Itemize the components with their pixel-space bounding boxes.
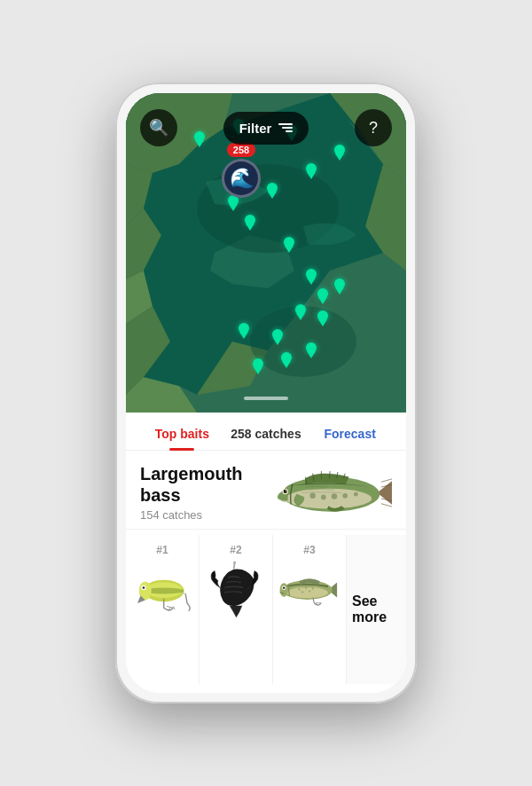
tab-forecast[interactable]: Forecast <box>308 416 392 450</box>
bait-item-1[interactable]: #1 <box>126 535 200 684</box>
svg-point-28 <box>143 586 145 589</box>
help-icon: ? <box>369 119 378 138</box>
tab-catches[interactable]: 258 catches <box>224 416 309 450</box>
svg-point-40 <box>301 591 303 593</box>
svg-point-5 <box>309 492 316 499</box>
fish-name: Largemouth bass <box>140 463 270 506</box>
map-pin[interactable] <box>294 304 307 320</box>
map-pin[interactable] <box>305 342 317 358</box>
tab-top-baits[interactable]: Top baits <box>140 416 224 450</box>
fish-text: Largemouth bass 154 catches <box>140 463 270 522</box>
map-pin[interactable] <box>244 215 256 231</box>
svg-point-7 <box>332 493 338 499</box>
map-pin[interactable] <box>317 288 329 304</box>
map-pin[interactable] <box>266 183 278 199</box>
map-pin[interactable] <box>252 358 264 374</box>
svg-point-41 <box>309 590 310 592</box>
map-section: 258 🌊 🔍 Filter <box>126 93 406 413</box>
bait-image-1 <box>131 563 193 617</box>
map-background: 258 🌊 🔍 Filter <box>126 93 406 413</box>
bait-image-2 <box>205 563 267 617</box>
map-header: 🔍 Filter ? <box>126 109 406 146</box>
cluster-marker[interactable]: 258 🌊 <box>222 143 261 198</box>
map-pin[interactable] <box>283 237 295 253</box>
svg-point-33 <box>286 587 328 598</box>
map-pin[interactable] <box>305 269 317 285</box>
svg-line-16 <box>381 478 392 482</box>
map-pin[interactable] <box>305 163 317 179</box>
help-button[interactable]: ? <box>355 109 392 146</box>
svg-point-31 <box>233 562 236 564</box>
search-button[interactable]: 🔍 <box>140 109 177 146</box>
bait-rank-3: #3 <box>303 544 315 556</box>
scroll-indicator <box>244 397 288 400</box>
bait-image-3 <box>278 563 340 617</box>
phone-frame: 258 🌊 🔍 Filter <box>115 83 417 703</box>
map-pin[interactable] <box>317 310 329 326</box>
svg-point-36 <box>283 587 285 589</box>
phone-screen: 258 🌊 🔍 Filter <box>126 93 406 693</box>
map-pin[interactable] <box>271 329 284 345</box>
filter-button[interactable]: Filter <box>223 112 309 145</box>
svg-point-37 <box>298 588 300 590</box>
map-pin[interactable] <box>333 145 346 161</box>
svg-point-21 <box>284 489 287 492</box>
bottom-panel: Top baits 258 catches Forecast Largemout… <box>126 413 406 693</box>
filter-label: Filter <box>239 121 272 136</box>
filter-icon <box>278 123 293 132</box>
svg-point-22 <box>286 490 286 491</box>
bait-rank-2: #2 <box>230 544 241 556</box>
svg-line-29 <box>173 606 175 609</box>
baits-row: #1 <box>126 529 406 693</box>
fish-svg <box>277 464 392 522</box>
map-pin[interactable] <box>238 323 250 339</box>
wave-icon: 🌊 <box>230 167 254 190</box>
tab-bar: Top baits 258 catches Forecast <box>126 413 406 451</box>
search-icon: 🔍 <box>149 118 168 138</box>
svg-point-38 <box>305 587 307 589</box>
fish-info: Largemouth bass 154 catches <box>126 451 406 529</box>
bait-rank-1: #1 <box>156 544 168 556</box>
bait-item-3[interactable]: #3 <box>273 535 347 684</box>
map-pin[interactable] <box>280 352 293 368</box>
bait-item-2[interactable]: #2 <box>200 535 273 684</box>
fish-image <box>277 464 392 522</box>
svg-line-19 <box>381 503 392 507</box>
svg-point-39 <box>312 587 314 589</box>
cluster-icon: 🌊 <box>222 159 261 198</box>
fish-catches-count: 154 catches <box>140 508 270 522</box>
map-pin[interactable] <box>333 279 346 295</box>
see-more-label: See more <box>352 593 401 625</box>
svg-point-6 <box>321 494 326 499</box>
svg-point-8 <box>342 492 348 498</box>
see-more-button[interactable]: See more <box>347 535 406 684</box>
svg-point-9 <box>354 491 358 496</box>
